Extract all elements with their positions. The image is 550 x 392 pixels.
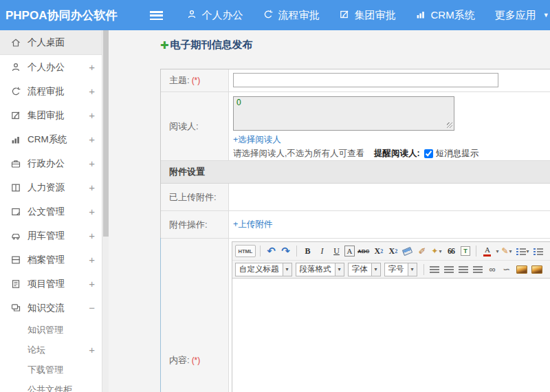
sidebar-item-group-approval[interactable]: 集团审批 +: [0, 103, 102, 127]
sidebar-item-knowledge[interactable]: 知识交流 −: [0, 296, 102, 320]
nav-label: 更多应用: [495, 9, 536, 22]
editor-toolbar-row1: HTML ↶ ↷ B I U A ABC X2 X2 ✐: [232, 242, 550, 260]
sidebar-item-forum[interactable]: 论坛 +: [0, 340, 102, 360]
remove-link-button[interactable]: ∽: [500, 263, 514, 276]
process-icon: [263, 9, 274, 22]
sidebar-item-archive[interactable]: 档案管理 +: [0, 248, 102, 272]
highlight-color-button[interactable]: ✎▾: [500, 244, 513, 258]
justify-button[interactable]: [472, 263, 485, 276]
sidebar-item-download-mgmt[interactable]: 下载管理: [0, 360, 102, 380]
underline-button[interactable]: U: [330, 244, 343, 258]
sidebar-item-knowledge-mgmt[interactable]: 知识管理: [0, 320, 102, 340]
insert-image-button[interactable]: [515, 263, 529, 276]
font-family-select[interactable]: 字体 ▾: [348, 263, 381, 276]
ordered-list-icon: [516, 248, 526, 255]
nav-group-approval[interactable]: 集团审批: [339, 9, 395, 22]
insert-link-button[interactable]: ∞: [486, 263, 499, 276]
page-title: ✚ 电子期刊信息发布: [160, 39, 253, 52]
choose-readers-link[interactable]: +选择阅读人: [233, 134, 281, 146]
font-size-select[interactable]: 字号 ▾: [384, 263, 417, 276]
caret-down-icon: ▾: [527, 248, 529, 254]
readers-textarea[interactable]: 0: [233, 96, 454, 131]
caret-down-icon: ▾: [408, 263, 417, 276]
sidebar-item-crm[interactable]: CRM系统 +: [0, 127, 102, 151]
ordered-list-button[interactable]: ▾: [515, 244, 531, 258]
align-right-button[interactable]: [457, 263, 470, 276]
expand-plus[interactable]: +: [89, 254, 95, 265]
redo-button[interactable]: ↷: [279, 244, 292, 258]
expand-plus[interactable]: +: [89, 206, 95, 217]
editor-content-area[interactable]: [232, 278, 550, 392]
expand-plus[interactable]: +: [89, 61, 95, 73]
nav-more-apps[interactable]: 更多应用 ▼: [495, 9, 549, 22]
superscript-button[interactable]: X2: [372, 244, 385, 258]
quick-format-button[interactable]: ✦▾: [430, 244, 443, 258]
sidebar-scrollbar[interactable]: [102, 30, 109, 392]
sidebar-item-hr[interactable]: 人力资源 +: [0, 175, 102, 199]
subject-input[interactable]: [233, 73, 498, 87]
nav-crm-system[interactable]: CRM系统: [415, 9, 474, 22]
align-center-button[interactable]: [443, 263, 456, 276]
project-icon: [10, 279, 21, 290]
editor-toolbar-row2: 自定义标题 ▾ 段落格式 ▾ 字体 ▾ 字号 ▾: [232, 260, 550, 278]
unordered-list-button[interactable]: [532, 244, 545, 258]
chat-icon: [10, 303, 21, 314]
sidebar-item-personal-desktop[interactable]: 个人桌面: [0, 30, 102, 55]
expand-plus[interactable]: +: [89, 230, 95, 241]
expand-plus[interactable]: +: [89, 109, 95, 121]
expand-plus[interactable]: +: [89, 278, 95, 290]
sidebar-item-doc-management[interactable]: 公文管理 +: [0, 199, 102, 224]
paste-text-button[interactable]: T: [459, 244, 472, 258]
align-left-icon: [430, 265, 439, 273]
rich-text-editor: HTML ↶ ↷ B I U A ABC X2 X2 ✐: [232, 241, 550, 392]
strikethrough-button[interactable]: ABC: [356, 244, 371, 258]
sidebar-item-process-approval[interactable]: 流程审批 +: [0, 79, 102, 103]
paragraph-format-select[interactable]: 段落格式 ▾: [296, 263, 344, 276]
scrollbar-thumb[interactable]: [103, 30, 109, 237]
publish-form: 主题: (*) 阅读人: 0 +选择阅读人 请选择阅读人,不选为所有人可查看: [160, 69, 550, 392]
align-left-button[interactable]: [428, 263, 441, 276]
bold-button[interactable]: B: [301, 244, 314, 258]
expand-plus[interactable]: +: [89, 157, 95, 169]
edit-icon: [339, 9, 350, 22]
sidebar-item-project[interactable]: 项目管理 +: [0, 272, 102, 296]
sidebar-item-vehicle[interactable]: 用车管理 +: [0, 224, 102, 248]
edit-icon: [10, 110, 21, 121]
font-style-button[interactable]: A: [344, 246, 355, 257]
uploaded-attachments-value: [229, 184, 550, 210]
italic-button[interactable]: I: [316, 244, 329, 258]
archive-icon: [10, 254, 21, 265]
expand-plus[interactable]: +: [89, 344, 95, 356]
sidebar-item-admin-office[interactable]: 行政办公 +: [0, 151, 102, 175]
sidebar-item-personal-office[interactable]: 个人办公 +: [0, 55, 102, 79]
book-icon: [10, 182, 21, 193]
font-color-button[interactable]: A: [481, 244, 494, 258]
align-center-icon: [444, 265, 454, 273]
subscript-button[interactable]: X2: [386, 244, 399, 258]
html-source-button[interactable]: HTML: [235, 245, 256, 257]
insert-media-button[interactable]: [530, 263, 544, 276]
eraser-button[interactable]: [401, 244, 414, 258]
unlink-icon: ∽: [503, 264, 511, 274]
nav-personal-office[interactable]: 个人办公: [186, 9, 243, 22]
nav-process-approval[interactable]: 流程审批: [263, 9, 319, 22]
remind-readers-label: 提醒阅读人:: [374, 148, 420, 160]
hamburger-menu-icon[interactable]: [150, 11, 163, 20]
collapse-minus[interactable]: −: [89, 302, 95, 314]
format-brush-button[interactable]: ✐: [415, 244, 428, 258]
undo-button[interactable]: ↶: [265, 244, 278, 258]
expand-plus[interactable]: +: [89, 85, 95, 97]
expand-plus[interactable]: +: [89, 182, 95, 193]
sidebar-item-public-cabinet[interactable]: 公共文件柜: [0, 380, 102, 392]
expand-plus[interactable]: +: [89, 133, 95, 145]
sidebar: 个人桌面 个人办公 + 流程审批 + 集团审批 + CRM系统 + 行政办公 +: [0, 30, 102, 392]
subject-row: 主题: (*): [161, 69, 550, 92]
readers-hint: 请选择阅读人,不选为所有人可查看: [233, 148, 364, 160]
upload-attachment-link[interactable]: +上传附件: [233, 219, 272, 230]
person-icon: [186, 9, 197, 22]
plus-icon: ✚: [160, 39, 169, 52]
blockquote-button[interactable]: 66: [444, 244, 457, 258]
heading-select[interactable]: 自定义标题 ▾: [235, 263, 292, 276]
nav-label: CRM系统: [430, 9, 474, 22]
sms-notify-checkbox[interactable]: [424, 149, 433, 158]
